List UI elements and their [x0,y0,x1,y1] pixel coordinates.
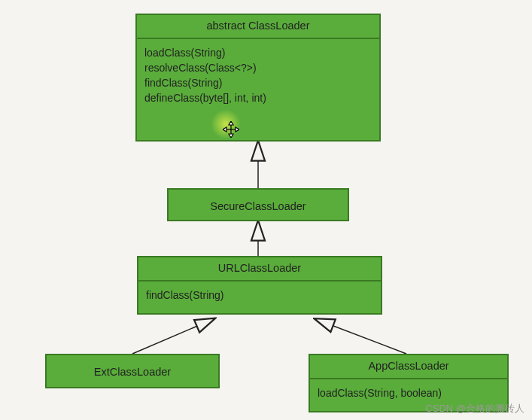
class-methods: loadClass(String) resolveClass(Class<?>)… [137,39,379,111]
method: resolveClass(Class<?>) [144,60,372,75]
class-title: URLClassLoader [138,257,381,282]
watermark: CSDN @合格的搬砖人 [425,402,524,415]
method: defineClass(byte[], int, int) [144,90,372,105]
class-ext-classloader: ExtClassLoader [45,354,220,388]
svg-line-3 [324,322,406,354]
class-title: ExtClassLoader [47,355,218,388]
class-title: SecureClassLoader [169,190,348,223]
method: findClass(String) [144,75,372,90]
method: loadClass(String, boolean) [318,385,500,400]
class-abstract-classloader: abstract ClassLoader loadClass(String) r… [135,14,381,142]
method: findClass(String) [146,288,373,303]
method: loadClass(String) [144,45,372,60]
class-title: abstract ClassLoader [137,15,379,39]
class-title: AppClassLoader [310,355,507,379]
svg-line-2 [132,322,206,354]
class-secure-classloader: SecureClassLoader [167,188,349,221]
class-url-classloader: URLClassLoader findClass(String) [137,256,382,315]
class-methods: findClass(String) [138,282,381,309]
